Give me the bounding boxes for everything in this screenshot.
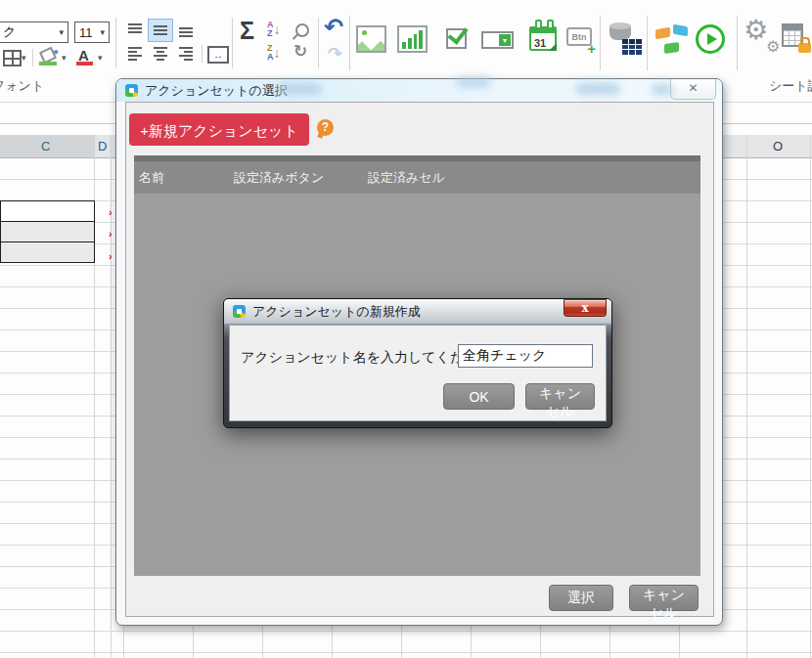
block-orange	[655, 27, 670, 40]
cancel-button[interactable]: キャンセル	[525, 383, 595, 410]
chevron-down-icon[interactable]: ▾	[22, 53, 26, 63]
action-set-name-input[interactable]	[458, 344, 593, 368]
select-button[interactable]: 選択	[549, 585, 613, 611]
gear-small-icon[interactable]: ⚙	[766, 37, 780, 56]
cell[interactable]	[0, 241, 95, 263]
close-button[interactable]: ✕	[670, 79, 716, 100]
cell[interactable]	[0, 200, 95, 222]
close-icon: ✕	[688, 81, 698, 95]
insert-button-icon[interactable]: Btn +	[566, 27, 598, 53]
chevron-down-icon: ▾	[59, 27, 64, 37]
lock-icon	[798, 43, 811, 53]
sort-za-icon[interactable]: ZA ↓	[267, 44, 281, 62]
block-blue	[673, 24, 688, 37]
row-marker: ›	[109, 229, 113, 239]
sheet-protect-icon[interactable]	[782, 23, 811, 53]
calendar-body: 31	[529, 26, 557, 51]
insert-chart-icon[interactable]	[397, 25, 428, 53]
calendar-day: 31	[534, 37, 546, 49]
column-header-d[interactable]: D	[98, 139, 107, 154]
sort-az-icon[interactable]: AZ ↓	[267, 21, 281, 38]
insert-combobox-icon[interactable]: ▼	[481, 31, 514, 49]
bordered-cell-block[interactable]	[0, 201, 95, 263]
image-mountain	[367, 41, 386, 53]
blocks-icon[interactable]	[655, 24, 689, 54]
list-col-name: 名前	[139, 169, 234, 187]
align-middle-button[interactable]	[149, 20, 172, 41]
fill-color-swatch	[39, 62, 57, 66]
gear-icon[interactable]: ⚙	[744, 14, 768, 46]
search-icon[interactable]	[295, 23, 309, 37]
ok-button[interactable]: OK	[443, 383, 515, 410]
font-group-label: フォント	[0, 77, 44, 95]
divider	[232, 18, 233, 68]
insert-image-icon[interactable]	[356, 25, 386, 53]
run-play-icon[interactable]	[696, 24, 725, 54]
align-right-button[interactable]	[174, 43, 198, 65]
block-green	[664, 42, 679, 54]
action-set-create-dialog: アクションセットの新規作成 x アクションセット名を入力してください OK キャ…	[223, 298, 612, 428]
refresh-icon[interactable]: ↻	[293, 41, 307, 62]
calendar-ring	[547, 20, 554, 29]
dialog-title-bar[interactable]: アクションセットの選択	[116, 79, 722, 102]
calendar-fold	[549, 43, 557, 51]
calendar-ring	[535, 20, 542, 29]
divider	[737, 16, 738, 70]
row-marker: ›	[109, 251, 113, 261]
cancel-button[interactable]: キャンセル	[629, 585, 699, 611]
down-arrow-icon: ↓	[274, 45, 281, 61]
font-name-combobox[interactable]: ク ▾	[0, 22, 68, 43]
close-button[interactable]: x	[564, 299, 607, 317]
divider	[647, 16, 648, 70]
grid-line	[746, 135, 747, 658]
app-logo-icon	[125, 84, 138, 97]
dialog-body: アクションセット名を入力してください OK キャンセル	[229, 325, 607, 421]
align-center-button[interactable]	[149, 43, 172, 65]
align-left-button[interactable]	[123, 43, 147, 65]
merge-cells-icon[interactable]: ↔	[207, 46, 229, 64]
combobox-caret: ▼	[499, 34, 511, 46]
close-icon: x	[581, 301, 588, 315]
image-sun-dot	[362, 30, 367, 35]
column-header-o[interactable]: O	[773, 139, 783, 154]
help-icon[interactable]: ?	[317, 119, 334, 136]
borders-icon[interactable]	[3, 50, 22, 66]
cell[interactable]	[0, 221, 95, 242]
list-col-buttons: 設定済みボタン	[234, 169, 368, 187]
font-color-swatch	[76, 62, 93, 66]
align-bottom-button[interactable]	[174, 20, 198, 41]
check-icon	[447, 22, 468, 44]
redaction-smudge	[652, 84, 673, 95]
app-window: ク ▾ 11 ▾ ▾ ▾ A ▾ フォント ↔ Σ AZ ↓ ZA ↓ ↻ ↶ …	[0, 0, 812, 658]
grid-line	[810, 135, 811, 658]
column-header-c[interactable]: C	[41, 139, 50, 154]
insert-calendar-icon[interactable]: 31	[529, 22, 559, 52]
autosum-icon[interactable]: Σ	[240, 17, 254, 45]
btn-label: Btn	[572, 32, 587, 42]
down-arrow-icon: ↓	[274, 22, 281, 37]
divider	[32, 49, 33, 66]
app-logo-icon	[233, 305, 246, 318]
list-col-cells: 設定済みセル	[368, 169, 445, 187]
database-icon[interactable]	[609, 22, 642, 55]
undo-icon[interactable]: ↶	[324, 14, 343, 41]
chevron-down-icon: ▾	[100, 27, 105, 37]
dialog-title-bar[interactable]: アクションセットの新規作成	[224, 299, 611, 324]
chevron-down-icon[interactable]: ▾	[98, 53, 103, 63]
redo-icon[interactable]: ↷	[328, 43, 342, 65]
divider	[349, 16, 350, 70]
redaction-smudge	[456, 77, 491, 87]
insert-checkbox-icon[interactable]	[446, 28, 467, 49]
create-action-set-button[interactable]: +新規アクションセット作成	[129, 113, 309, 146]
divider	[115, 18, 116, 68]
align-top-button[interactable]	[123, 20, 147, 41]
image-mountain	[356, 41, 375, 53]
chevron-down-icon[interactable]: ▾	[62, 53, 67, 63]
db-table	[622, 39, 642, 55]
dialog-title: アクションセットの新規作成	[252, 303, 421, 321]
row-marker: ›	[109, 207, 113, 217]
divider	[318, 18, 319, 68]
db-cylinder	[609, 25, 631, 40]
plus-icon: +	[587, 40, 596, 57]
font-size-combobox[interactable]: 11 ▾	[74, 22, 110, 43]
